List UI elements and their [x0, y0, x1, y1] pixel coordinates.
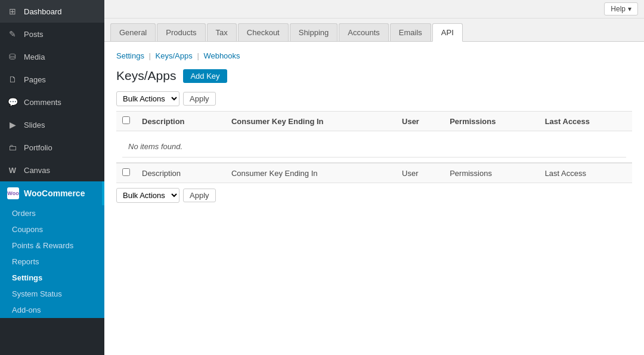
table-header-last-access: Last Access: [539, 112, 632, 131]
breadcrumb-settings-link[interactable]: Settings: [116, 51, 144, 60]
woocommerce-header[interactable]: Woo WooCommerce: [0, 181, 104, 205]
dashboard-icon: ⊞: [7, 6, 18, 17]
bottom-apply-button[interactable]: Apply: [183, 189, 216, 202]
sidebar-item-label: Canvas: [24, 166, 50, 175]
breadcrumb-sep-2: |: [197, 51, 201, 60]
breadcrumb-keys-link[interactable]: Keys/Apps: [156, 51, 193, 60]
sidebar-item-reports[interactable]: Reports: [0, 254, 104, 270]
table-header-permissions: Permissions: [444, 112, 538, 131]
sidebar-item-posts[interactable]: ✎ Posts: [0, 23, 104, 45]
table-bottom-user: User: [396, 163, 444, 183]
table-header-description: Description: [136, 112, 225, 131]
no-items-cell: No items found.: [116, 131, 632, 163]
slides-icon: ▶: [7, 119, 18, 130]
breadcrumb: Settings | Keys/Apps | Webhooks: [116, 51, 632, 60]
top-apply-button[interactable]: Apply: [183, 92, 216, 106]
canvas-icon: W: [7, 165, 18, 175]
table-header-consumer-key: Consumer Key Ending In: [225, 112, 396, 131]
sidebar-item-settings[interactable]: Settings: [0, 270, 104, 286]
table-bottom-header-row: Description Consumer Key Ending In User …: [116, 163, 632, 183]
table-header-row: Description Consumer Key Ending In User …: [116, 112, 632, 131]
posts-icon: ✎: [7, 29, 18, 39]
tab-general[interactable]: General: [110, 23, 156, 41]
no-items-text: No items found.: [122, 136, 626, 158]
bottom-bulk-bar: Bulk Actions Apply: [116, 188, 632, 203]
help-chevron-icon: ▾: [628, 5, 631, 13]
comments-icon: 💬: [7, 97, 18, 107]
content-area: Settings | Keys/Apps | Webhooks Keys/App…: [104, 42, 644, 355]
sidebar-item-canvas[interactable]: W Canvas: [0, 159, 104, 181]
sidebar-item-media[interactable]: ⛁ Media: [0, 45, 104, 68]
sidebar-item-comments[interactable]: 💬 Comments: [0, 91, 104, 113]
page-title: Keys/Apps: [116, 69, 176, 83]
sidebar-item-slides[interactable]: ▶ Slides: [0, 113, 104, 136]
select-all-checkbox[interactable]: [122, 116, 130, 124]
settings-tabs: General Products Tax Checkout Shipping A…: [104, 18, 644, 42]
sidebar-item-label: Dashboard: [24, 7, 62, 16]
page-header: Keys/Apps Add Key: [116, 69, 632, 83]
sidebar-item-portfolio[interactable]: 🗀 Portfolio: [0, 136, 104, 159]
breadcrumb-sep-1: |: [149, 51, 153, 60]
tab-products[interactable]: Products: [157, 23, 205, 41]
media-icon: ⛁: [7, 51, 18, 62]
table-bottom-checkbox-cell: [116, 163, 136, 183]
tab-emails[interactable]: Emails: [390, 23, 431, 41]
tab-tax[interactable]: Tax: [207, 23, 237, 41]
breadcrumb-webhooks-link[interactable]: Webhooks: [203, 51, 240, 60]
sidebar-item-points-rewards[interactable]: Points & Rewards: [0, 237, 104, 254]
table-header-user: User: [396, 112, 444, 131]
tab-accounts[interactable]: Accounts: [339, 23, 388, 41]
top-bulk-actions-select[interactable]: Bulk Actions: [116, 91, 179, 106]
tab-shipping[interactable]: Shipping: [290, 23, 338, 41]
bottom-bulk-actions-select[interactable]: Bulk Actions: [116, 188, 179, 203]
sidebar-item-orders[interactable]: Orders: [0, 205, 104, 221]
sidebar-item-system-status[interactable]: System Status: [0, 286, 104, 302]
table-bottom-consumer-key: Consumer Key Ending In: [225, 163, 396, 183]
topbar: Help ▾: [104, 0, 644, 18]
sidebar-item-coupons[interactable]: Coupons: [0, 221, 104, 237]
sidebar-item-add-ons[interactable]: Add-ons: [0, 302, 104, 318]
table-no-items-row: No items found.: [116, 131, 632, 163]
woocommerce-section: Woo WooCommerce Orders Coupons Points & …: [0, 181, 104, 318]
woocommerce-label: WooCommerce: [24, 189, 85, 198]
tab-api[interactable]: API: [432, 23, 463, 42]
top-bulk-bar: Bulk Actions Apply: [116, 91, 632, 106]
sidebar-item-label: Comments: [24, 98, 61, 107]
pages-icon: 🗋: [7, 74, 18, 85]
sidebar-item-label: Pages: [24, 75, 46, 84]
sidebar-item-label: Portfolio: [24, 143, 52, 152]
table-bottom-description: Description: [136, 163, 225, 183]
keys-table: Description Consumer Key Ending In User …: [116, 111, 632, 183]
table-bottom-last-access: Last Access: [539, 163, 632, 183]
sidebar-item-pages[interactable]: 🗋 Pages: [0, 68, 104, 91]
table-bottom-permissions: Permissions: [444, 163, 538, 183]
help-label: Help: [611, 5, 626, 13]
sidebar-item-label: Posts: [24, 30, 44, 39]
table-header-checkbox: [116, 112, 136, 131]
main-content: Help ▾ General Products Tax Checkout Shi…: [104, 0, 644, 355]
help-button[interactable]: Help ▾: [604, 2, 638, 16]
sidebar-item-dashboard[interactable]: ⊞ Dashboard: [0, 0, 104, 23]
select-all-checkbox-bottom[interactable]: [122, 168, 130, 176]
sidebar-item-label: Slides: [24, 121, 45, 129]
sidebar: ⊞ Dashboard ✎ Posts ⛁ Media 🗋 Pages 💬 Co…: [0, 0, 104, 355]
add-key-button[interactable]: Add Key: [183, 69, 227, 83]
woocommerce-icon: Woo: [7, 187, 19, 199]
sidebar-item-label: Media: [24, 53, 45, 61]
tab-checkout[interactable]: Checkout: [238, 23, 289, 41]
portfolio-icon: 🗀: [7, 142, 18, 153]
